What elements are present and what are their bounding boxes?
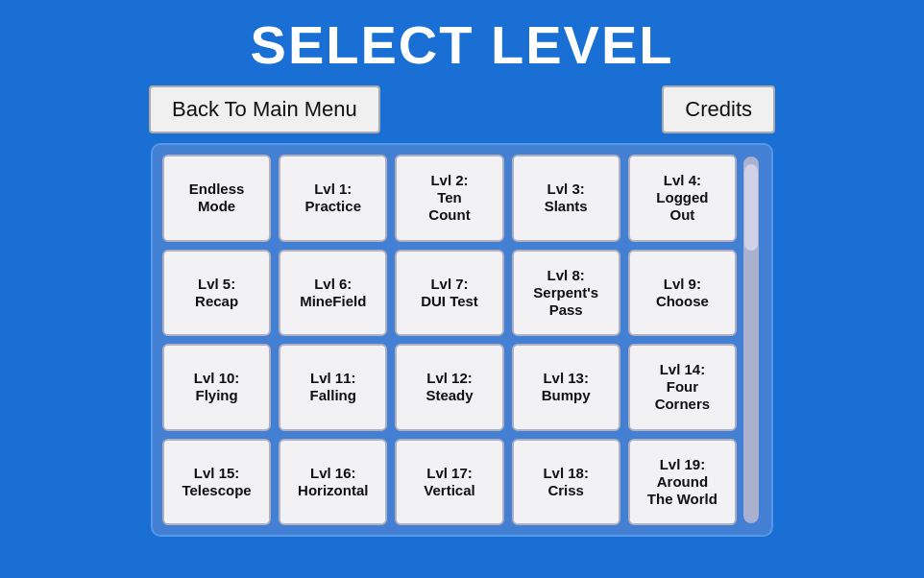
level-button-19[interactable]: Lvl 19: Around The World	[628, 439, 737, 526]
credits-button[interactable]: Credits	[662, 85, 775, 133]
level-button-0[interactable]: Endless Mode	[162, 155, 271, 242]
level-panel: Endless ModeLvl 1: PracticeLvl 2: Ten Co…	[151, 143, 773, 537]
level-button-9[interactable]: Lvl 9: Choose	[628, 250, 737, 337]
level-button-11[interactable]: Lvl 11: Falling	[279, 344, 387, 431]
back-to-main-button[interactable]: Back To Main Menu	[149, 85, 380, 133]
level-button-4[interactable]: Lvl 4: Logged Out	[628, 155, 737, 242]
level-button-7[interactable]: Lvl 7: DUI Test	[395, 250, 503, 337]
level-button-2[interactable]: Lvl 2: Ten Count	[395, 155, 503, 242]
level-button-3[interactable]: Lvl 3: Slants	[512, 155, 620, 242]
level-grid: Endless ModeLvl 1: PracticeLvl 2: Ten Co…	[162, 155, 737, 525]
page-title: SELECT LEVEL	[0, 13, 924, 76]
level-button-16[interactable]: Lvl 16: Horizontal	[279, 439, 387, 526]
level-button-18[interactable]: Lvl 18: Criss	[512, 439, 620, 526]
scrollbar-area[interactable]	[741, 155, 762, 525]
scrollbar-thumb[interactable]	[744, 164, 758, 251]
level-button-12[interactable]: Lvl 12: Steady	[395, 344, 503, 431]
top-buttons-bar: Back To Main Menu Credits	[0, 85, 924, 133]
level-button-14[interactable]: Lvl 14: Four Corners	[628, 344, 737, 431]
level-button-10[interactable]: Lvl 10: Flying	[162, 344, 271, 431]
level-button-17[interactable]: Lvl 17: Vertical	[395, 439, 503, 526]
scrollbar-track[interactable]	[743, 157, 759, 523]
level-button-13[interactable]: Lvl 13: Bumpy	[512, 344, 620, 431]
level-button-1[interactable]: Lvl 1: Practice	[279, 155, 387, 242]
level-button-6[interactable]: Lvl 6: MineField	[279, 250, 387, 337]
level-button-8[interactable]: Lvl 8: Serpent's Pass	[512, 250, 620, 337]
level-button-15[interactable]: Lvl 15: Telescope	[162, 439, 271, 526]
level-button-5[interactable]: Lvl 5: Recap	[162, 250, 271, 337]
